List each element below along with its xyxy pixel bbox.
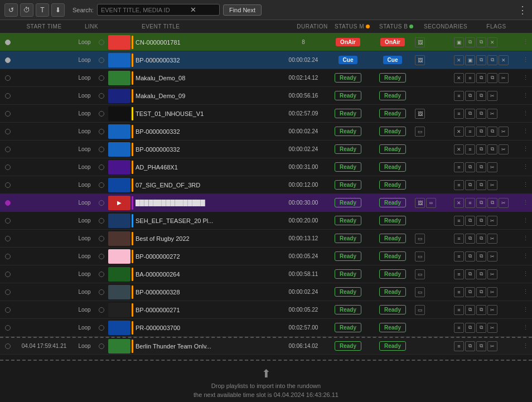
flag-cut-icon[interactable]: ✂ <box>487 180 497 190</box>
secondary-image-icon[interactable]: 🖼 <box>415 198 425 208</box>
secondary-image-icon[interactable]: 🖼 <box>415 109 425 119</box>
flag-notes-icon[interactable]: ≡ <box>454 91 464 101</box>
flag-copy2-icon[interactable]: ⧉ <box>476 162 486 172</box>
row-more-icon[interactable]: ⋮ <box>521 324 530 331</box>
table-row[interactable]: Loop PR-0000003700 00:02:57.00 Ready Rea… <box>0 319 532 337</box>
row-more-icon[interactable]: ⋮ <box>521 38 530 46</box>
row-more-icon[interactable]: ⋮ <box>521 110 530 117</box>
row-more-icon[interactable]: ⋮ <box>521 56 530 64</box>
flag-copy-icon[interactable]: ⧉ <box>465 91 475 101</box>
table-row[interactable]: Loop CN-0000001781 8 OnAir OnAir 🖼 ▣⧉⧉✕ … <box>0 33 532 51</box>
flag-copy2-icon[interactable]: ⧉ <box>476 269 486 279</box>
flag-copy2-icon[interactable]: ⧉ <box>487 127 497 137</box>
flag-copy2-icon[interactable]: ⧉ <box>476 234 486 244</box>
flag-copy-icon[interactable]: ⧉ <box>465 109 475 119</box>
flag-notes-icon[interactable]: ≡ <box>465 144 475 154</box>
flag-notes-icon[interactable]: ≡ <box>454 251 464 261</box>
table-row[interactable]: Loop BP-0000000332 00:00:02.24 Ready Rea… <box>0 141 532 158</box>
table-row[interactable]: Loop Makalu_Demo_08 00:02:14.12 Ready Re… <box>0 69 532 87</box>
flag-x-icon[interactable]: ✕ <box>499 55 509 65</box>
row-more-icon[interactable]: ⋮ <box>521 74 530 81</box>
search-clear-icon[interactable]: ✕ <box>190 6 196 14</box>
flag-notes-icon[interactable]: ≡ <box>454 162 464 172</box>
flag-copy-icon[interactable]: ⧉ <box>476 127 486 137</box>
flag-copy2-icon[interactable]: ⧉ <box>476 287 486 297</box>
secondary-rect-icon[interactable]: ▭ <box>415 305 425 315</box>
table-row[interactable]: Loop ▶ ████████████████ 00:00:30.00 Read… <box>0 194 532 212</box>
flag-cut-icon[interactable]: ✂ <box>487 216 497 226</box>
flag-cut-icon[interactable]: ✂ <box>487 251 497 261</box>
flag-copy-icon[interactable]: ⧉ <box>476 73 486 83</box>
flag-cut-icon[interactable]: ✂ <box>487 234 497 244</box>
flag-copy-icon[interactable]: ⧉ <box>465 305 475 315</box>
flag-notes-icon[interactable]: ≡ <box>454 180 464 190</box>
flag-notes-icon[interactable]: ≡ <box>454 341 464 351</box>
flag-copy2-icon[interactable]: ⧉ <box>476 37 486 47</box>
secondary-rect-icon[interactable]: ▭ <box>415 287 425 297</box>
table-row[interactable]: Loop BP-0000000332 00:00:02.24 Ready Rea… <box>0 123 532 141</box>
flag-notes-icon[interactable]: ≡ <box>454 305 464 315</box>
flag-notes-icon[interactable]: ≡ <box>465 127 475 137</box>
flag-cut-icon[interactable]: ✂ <box>487 305 497 315</box>
flag-x-icon[interactable]: ✕ <box>454 127 464 137</box>
secondary-infinity-icon[interactable]: ∞ <box>426 198 436 208</box>
flag-screen-icon[interactable]: ▣ <box>454 37 464 47</box>
flag-cut-icon[interactable]: ✂ <box>487 162 497 172</box>
flag-screen-icon[interactable]: ▣ <box>465 55 475 65</box>
flag-copy-icon[interactable]: ⧉ <box>465 162 475 172</box>
flag-cut-icon[interactable]: ✂ <box>487 109 497 119</box>
flag-x-icon[interactable]: ✕ <box>454 198 464 208</box>
flag-cut-icon[interactable]: ✂ <box>487 341 497 351</box>
table-row[interactable]: Loop SEH_ELF_TEASER_20 Pl... 00:00:20.00… <box>0 212 532 230</box>
kebab-menu-icon[interactable]: ⋮ <box>518 4 528 16</box>
secondary-rect-icon[interactable]: ▭ <box>415 127 425 137</box>
flag-notes-icon[interactable]: ≡ <box>465 198 475 208</box>
drop-zone[interactable]: ⬆ Drop playlists to import into the rund… <box>0 360 532 402</box>
flag-copy-icon[interactable]: ⧉ <box>476 55 486 65</box>
flag-cut-icon[interactable]: ✂ <box>499 73 509 83</box>
row-more-icon[interactable]: ⋮ <box>521 253 530 260</box>
flag-notes-icon[interactable]: ≡ <box>454 109 464 119</box>
row-more-icon[interactable]: ⋮ <box>521 92 530 99</box>
flag-cut-icon[interactable]: ✂ <box>499 127 509 137</box>
table-row[interactable]: Loop 07_SIG_END_OF_3RD 00:00:12.00 Ready… <box>0 176 532 194</box>
find-next-button[interactable]: Find Next <box>223 4 262 16</box>
row-more-icon[interactable]: ⋮ <box>521 306 530 313</box>
table-row[interactable]: Loop BP-0000000332 00:00:02.24 Cue Cue 🖼… <box>0 51 532 69</box>
search-input[interactable] <box>101 7 190 13</box>
row-more-icon[interactable]: ⋮ <box>521 181 530 188</box>
flag-notes-icon[interactable]: ≡ <box>454 234 464 244</box>
flag-copy-icon[interactable]: ⧉ <box>476 144 486 154</box>
row-more-icon[interactable]: ⋮ <box>521 128 530 135</box>
t-icon[interactable]: T <box>36 3 49 17</box>
flag-copy2-icon[interactable]: ⧉ <box>476 109 486 119</box>
flag-copy2-icon[interactable]: ⧉ <box>476 216 486 226</box>
secondary-rect-icon[interactable]: ▭ <box>415 234 425 244</box>
table-row[interactable]: Loop BA-0000000264 00:00:58.11 Ready Rea… <box>0 265 532 283</box>
row-more-icon[interactable]: ⋮ <box>521 235 530 242</box>
flag-copy2-icon[interactable]: ⧉ <box>487 144 497 154</box>
row-more-icon[interactable]: ⋮ <box>521 217 530 224</box>
flag-copy-icon[interactable]: ⧉ <box>465 323 475 333</box>
flag-copy-icon[interactable]: ⧉ <box>465 251 475 261</box>
flag-copy2-icon[interactable]: ⧉ <box>476 323 486 333</box>
flag-cut-icon[interactable]: ✂ <box>499 144 509 154</box>
flag-notes-icon[interactable]: ≡ <box>454 269 464 279</box>
flag-copy-icon[interactable]: ⧉ <box>476 198 486 208</box>
flag-copy-icon[interactable]: ⧉ <box>465 216 475 226</box>
row-more-icon[interactable]: ⋮ <box>521 146 530 153</box>
table-row[interactable]: Loop BP-0000000271 00:00:05.22 Ready Rea… <box>0 301 532 319</box>
flag-copy2-icon[interactable]: ⧉ <box>487 198 497 208</box>
flag-copy2-icon[interactable]: ⧉ <box>476 251 486 261</box>
table-row[interactable]: Loop Makalu_Demo_09 00:00:56.16 Ready Re… <box>0 87 532 105</box>
flag-x-icon[interactable]: ✕ <box>454 55 464 65</box>
flag-cut-icon[interactable]: ✂ <box>487 323 497 333</box>
flag-cut-icon[interactable]: ✂ <box>487 287 497 297</box>
flag-notes-icon[interactable]: ≡ <box>454 287 464 297</box>
table-row[interactable]: Loop TEST_01_INHOUSE_V1 00:02:57.09 Read… <box>0 105 532 123</box>
flag-copy2-icon[interactable]: ⧉ <box>487 55 497 65</box>
flag-copy-icon[interactable]: ⧉ <box>465 341 475 351</box>
flag-copy-icon[interactable]: ⧉ <box>465 287 475 297</box>
flag-copy2-icon[interactable]: ⧉ <box>476 305 486 315</box>
table-row[interactable]: Loop AD_PHA468X1 00:00:31.00 Ready Ready… <box>0 158 532 176</box>
